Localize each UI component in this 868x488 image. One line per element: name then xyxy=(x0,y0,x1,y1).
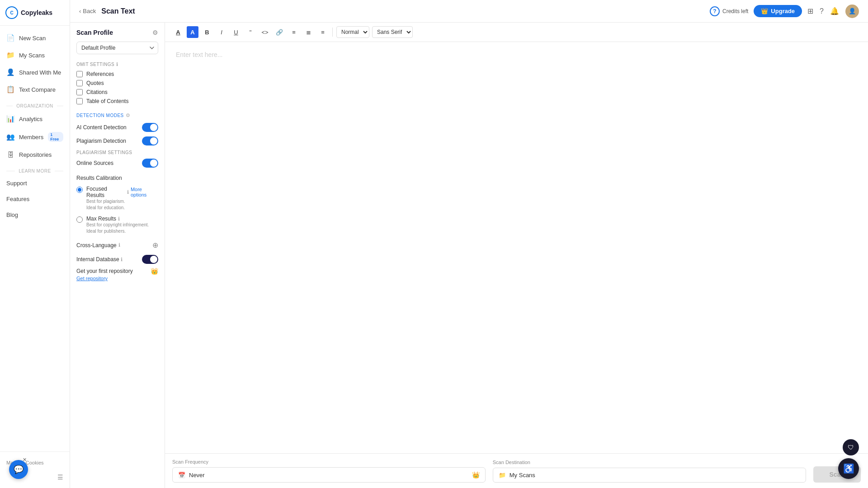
repo-row: Get your first repository 👑 xyxy=(76,267,158,275)
notification-icon[interactable]: 🔔 xyxy=(830,7,839,15)
scan-frequency-section: Scan Frequency 📅 Never 👑 xyxy=(172,459,486,483)
online-sources-toggle[interactable] xyxy=(142,159,158,168)
editor-toolbar: A A B I U " <> 🔗 ≡ ≣ ≡ Normal Sans Serif xyxy=(165,23,868,42)
more-options-link[interactable]: More options xyxy=(131,187,158,197)
max-desc2: Ideal for publishers. xyxy=(86,229,126,234)
internal-db-toggle[interactable] xyxy=(142,255,158,264)
back-button[interactable]: ‹ Back xyxy=(79,8,96,14)
plagiarism-detection-label: Plagiarism Detection xyxy=(76,138,126,144)
sidebar-item-repositories[interactable]: 🗄 Repositories xyxy=(0,146,70,163)
logo-icon: C xyxy=(5,6,18,19)
cross-language-row: Cross-Language ℹ ⊕ xyxy=(76,241,158,249)
format-highlight-button[interactable]: A xyxy=(187,26,198,38)
references-checkbox[interactable] xyxy=(76,71,83,77)
sidebar-item-label-text-compare: Text Compare xyxy=(19,86,56,93)
accessibility-button[interactable]: ♿ xyxy=(838,458,859,479)
cross-language-label: Cross-Language xyxy=(76,242,117,249)
shield-button[interactable]: 🛡 xyxy=(843,439,859,455)
sidebar-item-features[interactable]: Features xyxy=(0,191,70,207)
max-results-option: Max Results ℹ Best for copyright infring… xyxy=(76,216,158,235)
internal-db-label: Internal Database xyxy=(76,256,119,263)
omit-item-citations: Citations xyxy=(76,89,158,95)
cross-lang-info-icon[interactable]: ℹ xyxy=(118,242,120,248)
max-results-radio[interactable] xyxy=(76,216,83,223)
toc-checkbox[interactable] xyxy=(76,98,83,104)
org-section-label: Organization xyxy=(0,98,70,110)
sidebar-item-members[interactable]: 👥 Members 1 Free xyxy=(0,127,70,146)
sidebar-nav: 📄 New Scan 📁 My Scans 👤 Shared With Me 📋… xyxy=(0,26,70,451)
detection-modes-label: DETECTION MODES ⚙ xyxy=(76,113,158,118)
internal-db-info-icon[interactable]: ℹ xyxy=(121,257,123,262)
my-scans-icon: 📁 xyxy=(6,51,14,59)
sidebar-item-label-shared: Shared With Me xyxy=(19,69,61,76)
max-info-icon[interactable]: ℹ xyxy=(118,216,120,222)
omit-section: OMIT SETTINGS ℹ References Quotes Citati… xyxy=(76,61,158,104)
toc-label: Table of Contents xyxy=(86,98,128,104)
format-underline-button[interactable]: U xyxy=(230,26,242,38)
citations-checkbox[interactable] xyxy=(76,89,83,95)
format-code-button[interactable]: <> xyxy=(259,26,271,38)
back-chevron-icon: ‹ xyxy=(79,8,81,14)
online-sources-label: Online Sources xyxy=(76,160,113,166)
sidebar-item-support[interactable]: Support xyxy=(0,175,70,191)
new-scan-icon: 📄 xyxy=(6,34,14,42)
sidebar-item-shared-with-me[interactable]: 👤 Shared With Me xyxy=(0,64,70,81)
sidebar-item-label-my-scans: My Scans xyxy=(19,52,45,59)
sidebar-item-blog[interactable]: Blog xyxy=(0,207,70,223)
sidebar-item-my-scans[interactable]: 📁 My Scans xyxy=(0,47,70,64)
format-blockquote-button[interactable]: " xyxy=(245,26,256,38)
sidebar-item-new-scan[interactable]: 📄 New Scan xyxy=(0,29,70,47)
get-repository-link[interactable]: Get repository xyxy=(76,276,108,281)
format-link-button[interactable]: 🔗 xyxy=(274,26,285,38)
omit-info-icon[interactable]: ℹ xyxy=(116,61,118,67)
sidebar-item-text-compare[interactable]: 📋 Text Compare xyxy=(0,81,70,98)
credits-label: Credits left xyxy=(722,8,748,14)
analytics-icon: 📊 xyxy=(6,115,14,123)
plagiarism-detection-toggle[interactable] xyxy=(142,136,158,145)
format-italic-button[interactable]: I xyxy=(216,26,227,38)
avatar[interactable]: 👤 xyxy=(845,5,859,18)
font-family-select[interactable]: Sans Serif xyxy=(372,26,413,38)
learn-section-label: Learn More xyxy=(0,163,70,175)
scan-frequency-dropdown[interactable]: 📅 Never 👑 xyxy=(172,467,486,483)
bottom-bar: Scan Frequency 📅 Never 👑 Scan Destinatio… xyxy=(165,453,868,488)
detection-settings-icon[interactable]: ⚙ xyxy=(126,113,131,118)
upgrade-button[interactable]: 👑 Upgrade xyxy=(754,5,802,17)
cross-lang-add-icon[interactable]: ⊕ xyxy=(152,241,158,249)
format-align-button[interactable]: ≡ xyxy=(317,26,329,38)
quotes-checkbox[interactable] xyxy=(76,80,83,86)
frequency-value: Never xyxy=(189,472,205,479)
format-unordered-list-button[interactable]: ≣ xyxy=(302,26,314,38)
credits-area: ? Credits left xyxy=(710,6,748,16)
members-badge: 1 Free xyxy=(48,132,63,142)
citations-label: Citations xyxy=(86,89,108,95)
format-underline-a-button[interactable]: A xyxy=(172,26,184,38)
font-size-select[interactable]: Normal xyxy=(336,26,369,38)
gear-icon[interactable]: ⚙ xyxy=(152,29,158,36)
help-icon[interactable]: ? xyxy=(820,7,824,15)
chat-icon: 💬 xyxy=(14,465,24,474)
editor-content[interactable]: Enter text here... xyxy=(165,42,868,453)
max-desc1: Best for copyright infringement. xyxy=(86,222,149,227)
format-ordered-list-button[interactable]: ≡ xyxy=(288,26,300,38)
sidebar-item-label-members: Members xyxy=(19,134,43,141)
repo-label: Get your first repository xyxy=(76,268,133,274)
focused-info-icon[interactable]: ℹ xyxy=(127,189,129,195)
results-calibration-section: Results Calibration Focused Results ℹ Mo… xyxy=(76,175,158,235)
scan-destination-dropdown[interactable]: 📁 My Scans xyxy=(493,468,806,483)
ai-detection-toggle[interactable] xyxy=(142,123,158,132)
ai-detection-row: AI Content Detection xyxy=(76,123,158,132)
grid-icon[interactable]: ⊞ xyxy=(807,7,813,15)
plagiarism-settings-label: PLAGIARISM SETTINGS xyxy=(76,150,158,155)
omit-item-toc: Table of Contents xyxy=(76,98,158,104)
logo-area[interactable]: C Copyleaks xyxy=(0,0,70,26)
chat-button[interactable]: 💬 xyxy=(9,460,28,479)
topbar: ‹ Back Scan Text ? Credits left 👑 Upgrad… xyxy=(70,0,868,23)
format-bold-button[interactable]: B xyxy=(201,26,213,38)
focused-results-radio[interactable] xyxy=(76,187,83,193)
profile-select[interactable]: Default Profile xyxy=(76,42,158,54)
shared-icon: 👤 xyxy=(6,68,14,76)
editor-placeholder: Enter text here... xyxy=(176,51,223,58)
sidebar-item-analytics[interactable]: 📊 Analytics xyxy=(0,110,70,127)
ai-detection-label: AI Content Detection xyxy=(76,124,127,131)
